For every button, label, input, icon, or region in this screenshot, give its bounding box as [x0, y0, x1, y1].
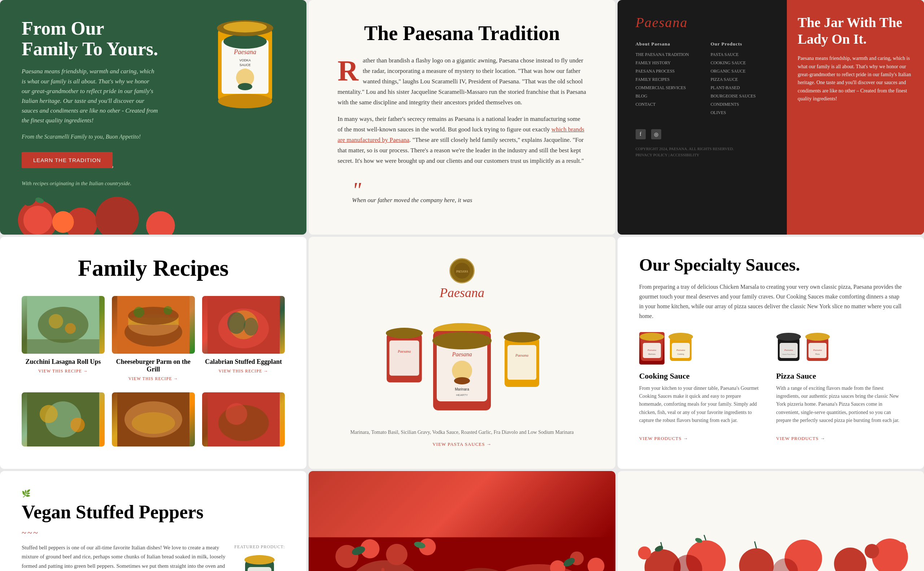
- marinara-jar-svg: Paesana Marinara: [639, 332, 665, 364]
- hero-signature: From the Scaramelli Family to you, Buon …: [22, 132, 159, 142]
- svg-text:Pizza: Pizza: [815, 353, 820, 355]
- svg-text:Paesana: Paesana: [813, 349, 822, 352]
- cheeseburger-img: [112, 296, 195, 354]
- pizza-view-products-link[interactable]: VIEW PRODUCTS →: [776, 436, 902, 441]
- row-1: Paesana VODKA SAUCE: [0, 0, 924, 235]
- recipe-name-cheeseburger: Cheeseburger Parm on the Grill: [112, 358, 195, 373]
- hero-body: Paesana means friendship, warmth and car…: [22, 66, 159, 125]
- pizza-sauce-title: Pizza Sauce: [776, 371, 902, 381]
- cooking-view-products-link[interactable]: VIEW PRODUCTS →: [639, 436, 765, 441]
- svg-point-92: [805, 333, 830, 341]
- facebook-icon[interactable]: f: [636, 129, 646, 139]
- recipe-row2-img3: [202, 392, 285, 446]
- cooking-jar-img: Paesana Cooking: [668, 332, 693, 366]
- nav-tradition-link[interactable]: THE PAESANA TRADITION: [636, 52, 689, 57]
- nav-cooking-link[interactable]: COOKING SAUCE: [711, 60, 756, 66]
- tomatoes-top-svg: [617, 535, 924, 571]
- nav-bourgeoise-link[interactable]: BOURGEOISE SAUCES: [711, 94, 756, 99]
- row-2: Family Recipes Zucchini Lasagna Roll Ups…: [0, 237, 924, 469]
- svg-rect-24: [27, 339, 99, 354]
- pepper-food-art: [309, 471, 615, 571]
- pizza-jar2-svg: Paesana Pizza: [805, 332, 830, 364]
- featured-product-jar: Paesana Plant-Based Bolognese: [243, 553, 276, 571]
- svg-point-112: [386, 543, 407, 565]
- nav-olives-link[interactable]: OLIVES: [711, 110, 756, 116]
- jars-display: Paesana Paesana Marinara HEARTY: [372, 307, 552, 423]
- products-subtext: With recipes originating in the Italian …: [22, 179, 131, 188]
- pizza-sauce-body: With a range of exciting flavors made fr…: [776, 384, 902, 425]
- nav-recipes-link[interactable]: FAMILY RECIPES: [636, 77, 689, 82]
- svg-text:Cooking: Cooking: [677, 353, 684, 355]
- svg-point-39: [40, 405, 58, 423]
- nav-commercial-link[interactable]: COMMERCIAL SERVICES: [636, 85, 689, 91]
- recipe-row2-art3: [202, 392, 285, 446]
- vegan-peppers-card: 🌿 Vegan Stuffed Peppers ~~~ Stuffed bell…: [0, 471, 307, 571]
- food-background: [309, 471, 615, 571]
- calabrian-art: [202, 296, 285, 354]
- view-pasta-sauces-link[interactable]: VIEW PASTA SAUCES →: [432, 441, 492, 447]
- svg-point-46: [225, 403, 247, 425]
- jars-group-svg: Paesana Paesana Marinara HEARTY: [372, 315, 552, 423]
- recipe-row2-img1: [22, 392, 105, 446]
- jar-main: Paesana Marinara HEARTY: [432, 323, 492, 411]
- svg-point-61: [432, 332, 492, 349]
- logo-circle-svg: PAESANA: [451, 260, 473, 281]
- svg-text:Classic Pizza Sauce: Classic Pizza Sauce: [782, 353, 796, 355]
- pizza-sauce-card: Paesana Classic Pizza Sauce Paesana Pizz…: [776, 332, 902, 441]
- nav-organic-link[interactable]: ORGANIC SAUCE: [711, 69, 756, 74]
- nav-pizza-link[interactable]: PIZZA SAUCE: [711, 77, 756, 82]
- nav-blog-link[interactable]: BLOG: [636, 94, 689, 99]
- svg-text:Paesana: Paesana: [784, 349, 793, 352]
- svg-point-35: [227, 312, 245, 334]
- logo-circle: PAESANA: [449, 258, 475, 283]
- nav-condiments-link[interactable]: CONDIMENTS: [711, 102, 756, 107]
- vegan-content-row: Stuffed bell peppers is one of our all-t…: [22, 543, 285, 571]
- recipe-row2-img2: [112, 392, 195, 446]
- svg-rect-52: [389, 341, 420, 376]
- nav-history-link[interactable]: FAMILY HISTORY: [636, 60, 689, 66]
- svg-text:PAESANA: PAESANA: [456, 270, 468, 273]
- svg-point-36: [243, 318, 258, 336]
- jar-overlay-panel: The Jar With The Lady On It. Paesana mea…: [787, 0, 924, 235]
- about-column: About Paesana THE PAESANA TRADITION FAMI…: [636, 41, 689, 118]
- nav-contact-link[interactable]: CONTACT: [636, 102, 689, 107]
- nav-pasta-link[interactable]: PASTA SAUCE: [711, 52, 756, 57]
- jar-overlay-body: Paesana means friendship, warmth and car…: [798, 54, 913, 103]
- instagram-icon[interactable]: ◎: [651, 129, 661, 139]
- svg-point-15: [96, 197, 139, 235]
- svg-point-68: [504, 332, 540, 343]
- tradition-card: The Paesana Tradition R ather than brand…: [309, 0, 615, 235]
- specialty-title: Our Specialty Sauces.: [639, 255, 902, 275]
- cooking-jar-svg: Paesana Cooking: [668, 332, 693, 364]
- hero-headline: From Our Family To Yours.: [22, 18, 159, 59]
- svg-point-143: [638, 546, 651, 559]
- view-recipe-zucchini[interactable]: VIEW THIS RECIPE →: [22, 369, 105, 374]
- specialty-intro: From preparing a tray of delicious Chick…: [639, 282, 902, 321]
- zucchini-art: [22, 296, 105, 354]
- zucchini-img: [22, 296, 105, 354]
- tradition-quote-block: " When our father moved the company here…: [338, 177, 586, 213]
- svg-point-21: [38, 307, 88, 343]
- pizza-jar-img: Paesana Classic Pizza Sauce: [776, 332, 801, 366]
- tradition-text2: In many ways, their father's secrecy rem…: [338, 114, 586, 166]
- view-recipe-cheeseburger[interactable]: VIEW THIS RECIPE →: [112, 376, 195, 381]
- nav-process-link[interactable]: PAESANA PROCESS: [636, 69, 689, 74]
- svg-text:Paesana: Paesana: [515, 353, 528, 357]
- svg-point-13: [23, 206, 52, 235]
- tradition-text1: ather than brandish a flashy logo on a g…: [338, 57, 586, 106]
- view-recipe-calabrian[interactable]: VIEW THIS RECIPE →: [202, 369, 285, 374]
- brands-link[interactable]: which brands are manufactured by Paesana: [338, 126, 585, 143]
- learn-tradition-button[interactable]: LEARN THE TRADITION: [22, 152, 113, 168]
- nav-plant-link[interactable]: PLANT-BASED: [711, 85, 756, 91]
- svg-point-43: [132, 412, 175, 434]
- recipe-row2-art2: [112, 392, 195, 446]
- svg-text:Paesana: Paesana: [647, 349, 657, 352]
- products-column: Our Products PASTA SAUCE COOKING SAUCE O…: [711, 41, 756, 118]
- recipe-item-calabrian: Calabrian Stuffed Eggplant VIEW THIS REC…: [202, 296, 285, 381]
- sauce-cards-grid: Paesana Marinara Paesana Cooking: [639, 332, 902, 441]
- featured-product-col: FEATURED PRODUCT: Paesana Plant-Based Bo…: [234, 543, 285, 571]
- svg-text:HEARTY: HEARTY: [456, 394, 468, 397]
- recipe-item-cheeseburger: Cheeseburger Parm on the Grill VIEW THIS…: [112, 296, 195, 381]
- family-recipes-card: Family Recipes Zucchini Lasagna Roll Ups…: [0, 237, 307, 469]
- svg-rect-108: [381, 568, 384, 571]
